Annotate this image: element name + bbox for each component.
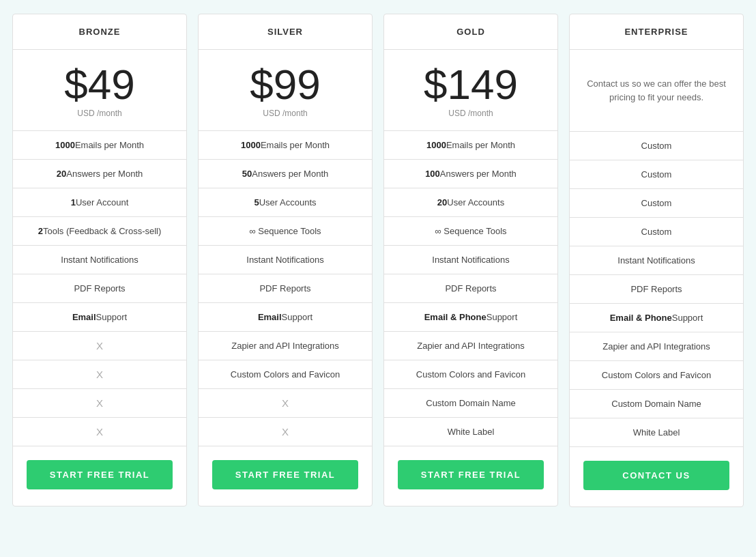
feature-row-enterprise-2: Custom	[570, 189, 743, 218]
plan-price-silver: $99	[205, 63, 365, 106]
feature-row-gold-10: White Label	[384, 418, 557, 446]
feature-row-silver-8: Custom Colors and Favicon	[199, 360, 372, 389]
plan-price-section-silver: $99USD /month	[199, 50, 372, 131]
feature-row-silver-0: 1000 Emails per Month	[199, 131, 372, 160]
feature-row-bronze-2: 1 User Account	[13, 188, 186, 217]
feature-row-gold-2: 20 User Accounts	[384, 188, 557, 217]
feature-row-bronze-5: PDF Reports	[13, 274, 186, 303]
plan-name-gold: GOLD	[384, 14, 557, 50]
pricing-container: BRONZE$49USD /month1000 Emails per Month…	[7, 14, 749, 507]
plan-price-sub-bronze: USD /month	[20, 109, 179, 118]
feature-row-enterprise-9: Custom Domain Name	[570, 390, 743, 418]
feature-row-bronze-7: X	[13, 332, 186, 360]
feature-row-bronze-6: Email Support	[13, 303, 186, 332]
feature-row-gold-4: Instant Notifications	[384, 246, 557, 274]
cta-button-gold[interactable]: START FREE TRIAL	[398, 460, 544, 489]
feature-row-silver-3: ∞ Sequence Tools	[199, 217, 372, 246]
plan-card-silver: SILVER$99USD /month1000 Emails per Month…	[198, 14, 373, 506]
feature-row-bronze-0: 1000 Emails per Month	[13, 131, 186, 160]
feature-row-gold-0: 1000 Emails per Month	[384, 131, 557, 160]
feature-row-gold-1: 100 Answers per Month	[384, 160, 557, 188]
plan-price-gold: $149	[391, 63, 551, 106]
feature-row-silver-2: 5 User Accounts	[199, 188, 372, 217]
feature-row-bronze-8: X	[13, 360, 186, 389]
feature-row-bronze-10: X	[13, 418, 186, 446]
feature-row-enterprise-3: Custom	[570, 218, 743, 246]
cta-button-enterprise[interactable]: CONTACT US	[583, 461, 729, 490]
feature-row-silver-7: Zapier and API Integrations	[199, 332, 372, 360]
feature-row-enterprise-8: Custom Colors and Favicon	[570, 361, 743, 390]
feature-row-bronze-3: 2 Tools (Feedback & Cross-sell)	[13, 217, 186, 246]
feature-row-silver-6: Email Support	[199, 303, 372, 332]
feature-row-silver-10: X	[199, 418, 372, 446]
feature-row-enterprise-6: Email & Phone Support	[570, 304, 743, 332]
plan-price-sub-silver: USD /month	[205, 109, 365, 118]
feature-row-enterprise-0: Custom	[570, 132, 743, 160]
enterprise-description: Contact us so we can offer the best pric…	[570, 50, 743, 132]
plan-card-enterprise: ENTERPRISEContact us so we can offer the…	[569, 14, 744, 507]
feature-row-enterprise-10: White Label	[570, 418, 743, 447]
plan-price-section-bronze: $49USD /month	[13, 50, 186, 131]
plan-card-bronze: BRONZE$49USD /month1000 Emails per Month…	[12, 14, 187, 506]
cta-section-enterprise: CONTACT US	[570, 447, 743, 506]
feature-row-enterprise-4: Instant Notifications	[570, 246, 743, 275]
feature-row-enterprise-1: Custom	[570, 160, 743, 189]
feature-row-gold-7: Zapier and API Integrations	[384, 332, 557, 360]
feature-row-gold-3: ∞ Sequence Tools	[384, 217, 557, 246]
feature-row-silver-1: 50 Answers per Month	[199, 160, 372, 188]
plan-price-section-gold: $149USD /month	[384, 50, 557, 131]
plan-price-sub-gold: USD /month	[391, 109, 551, 118]
feature-row-silver-4: Instant Notifications	[199, 246, 372, 274]
feature-row-gold-8: Custom Colors and Favicon	[384, 360, 557, 389]
feature-row-silver-9: X	[199, 389, 372, 418]
plan-name-enterprise: ENTERPRISE	[570, 14, 743, 50]
feature-row-gold-5: PDF Reports	[384, 274, 557, 303]
cta-section-silver: START FREE TRIAL	[199, 446, 372, 506]
cta-section-gold: START FREE TRIAL	[384, 446, 557, 506]
plan-card-gold: GOLD$149USD /month1000 Emails per Month1…	[383, 14, 558, 506]
feature-row-silver-5: PDF Reports	[199, 274, 372, 303]
cta-section-bronze: START FREE TRIAL	[13, 446, 186, 506]
feature-row-gold-9: Custom Domain Name	[384, 389, 557, 418]
feature-row-enterprise-7: Zapier and API Integrations	[570, 332, 743, 361]
cta-button-bronze[interactable]: START FREE TRIAL	[27, 460, 173, 489]
feature-row-gold-6: Email & Phone Support	[384, 303, 557, 332]
feature-row-enterprise-5: PDF Reports	[570, 275, 743, 304]
feature-row-bronze-4: Instant Notifications	[13, 246, 186, 274]
feature-row-bronze-1: 20 Answers per Month	[13, 160, 186, 188]
plan-name-silver: SILVER	[199, 14, 372, 50]
plan-name-bronze: BRONZE	[13, 14, 186, 50]
cta-button-silver[interactable]: START FREE TRIAL	[212, 460, 358, 489]
feature-row-bronze-9: X	[13, 389, 186, 418]
plan-price-bronze: $49	[20, 63, 179, 106]
